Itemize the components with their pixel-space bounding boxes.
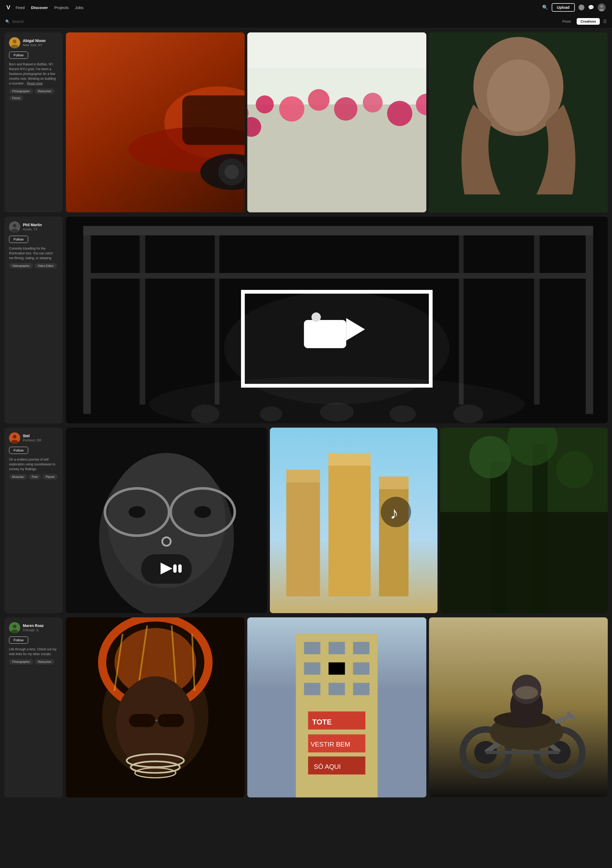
tag-musician[interactable]: Musician xyxy=(9,474,27,479)
svg-rect-25 xyxy=(247,33,426,68)
filter-creatives[interactable]: Creatives xyxy=(576,18,600,25)
portfolio-stel: ♪ xyxy=(66,428,608,613)
upload-button[interactable]: Upload xyxy=(552,3,575,12)
svg-rect-112 xyxy=(329,683,345,695)
svg-rect-79 xyxy=(490,461,507,613)
creative-row-stel: Stel Portland, OR Follow On a endless jo… xyxy=(4,428,608,613)
svg-rect-110 xyxy=(353,663,370,675)
creative-row-abigal: Abigal Nixon New York, NY Follow Born an… xyxy=(4,33,608,212)
portfolio-img-hair[interactable] xyxy=(429,33,608,212)
filter-icon[interactable]: ☰ xyxy=(603,19,607,24)
svg-point-53 xyxy=(13,435,17,439)
svg-point-62 xyxy=(128,506,145,518)
svg-rect-36 xyxy=(459,231,464,405)
svg-text:VESTIR BEM: VESTIR BEM xyxy=(311,741,350,748)
svg-rect-34 xyxy=(140,236,145,405)
user-bio-stel: On a endless journey of self exploration… xyxy=(9,457,58,471)
svg-rect-108 xyxy=(304,663,321,675)
tags-stel: Musician Poet Pianist xyxy=(9,474,58,479)
read-more-abigal[interactable]: Read more xyxy=(27,82,42,85)
svg-rect-38 xyxy=(586,226,593,414)
user-info-phil: Phil Martin Austin, TX xyxy=(23,223,42,231)
portfolio-img-concert[interactable] xyxy=(66,217,608,423)
user-bio-maren: Life through a lens. Check out my web li… xyxy=(9,647,58,656)
svg-rect-113 xyxy=(353,683,370,695)
svg-point-28 xyxy=(487,59,550,132)
svg-point-133 xyxy=(515,686,538,699)
svg-point-21 xyxy=(363,93,383,113)
avatar-phil xyxy=(9,222,20,232)
user-info-abigal: Abigal Nixon New York, NY xyxy=(23,39,46,47)
user-card-header-stel: Stel Portland, OR xyxy=(9,432,58,443)
nav-discover[interactable]: Discover xyxy=(31,5,48,10)
user-avatar-nav[interactable] xyxy=(598,3,606,11)
user-card-maren: Maren Roaz Chicago, IL Follow Life throu… xyxy=(4,617,63,797)
user-location-stel: Portland, OR xyxy=(23,439,41,442)
user-bio-phil: Currently travelling for the Rocknation … xyxy=(9,246,58,260)
tag-poet[interactable]: Poet xyxy=(28,474,41,479)
portfolio-img-green[interactable] xyxy=(440,428,608,613)
svg-rect-78 xyxy=(440,512,608,614)
portfolio-img-flowers[interactable] xyxy=(247,33,426,212)
portfolio-img-motorcycle[interactable] xyxy=(429,617,608,797)
tag-videographer[interactable]: Videographer xyxy=(9,263,33,268)
svg-rect-67 xyxy=(178,564,182,573)
svg-rect-107 xyxy=(353,642,370,654)
notification-dot[interactable] xyxy=(578,5,584,10)
svg-rect-111 xyxy=(304,683,321,695)
user-location-abigal: New York, NY xyxy=(23,43,46,47)
portfolio-img-ruins[interactable]: ♪ xyxy=(270,428,437,613)
avatar-stel xyxy=(9,432,20,443)
filter-posts[interactable]: Posts xyxy=(559,18,575,25)
nav-feed[interactable]: Feed xyxy=(15,5,25,10)
search-input[interactable] xyxy=(12,19,555,24)
follow-button-stel[interactable]: Follow xyxy=(9,447,28,454)
user-location-phil: Austin, TX xyxy=(23,228,42,231)
svg-point-19 xyxy=(308,89,330,110)
nav-projects[interactable]: Projects xyxy=(54,5,68,10)
tag-photographer[interactable]: Photographer xyxy=(9,88,33,94)
follow-button-maren[interactable]: Follow xyxy=(9,637,28,644)
search-icon-small: 🔍 xyxy=(5,19,10,24)
tag-photographer-maren[interactable]: Photographer xyxy=(9,659,33,665)
user-name-abigal: Abigal Nixon xyxy=(23,39,46,43)
portfolio-img-car[interactable] xyxy=(66,33,245,212)
search-icon[interactable]: 🔍 xyxy=(542,5,548,10)
svg-point-1 xyxy=(600,5,603,8)
portfolio-abigal xyxy=(66,33,608,212)
svg-rect-105 xyxy=(304,642,321,654)
svg-rect-80 xyxy=(532,445,547,614)
tag-pianist[interactable]: Pianist xyxy=(42,474,58,479)
svg-rect-73 xyxy=(328,453,371,466)
svg-rect-33 xyxy=(83,226,91,414)
creative-row-maren: Maren Roaz Chicago, IL Follow Life throu… xyxy=(4,617,608,797)
logo[interactable]: V xyxy=(6,4,10,11)
tag-florist[interactable]: Florist xyxy=(9,95,23,101)
follow-button-phil[interactable]: Follow xyxy=(9,236,28,243)
user-name-stel: Stel xyxy=(23,434,41,438)
user-card-abigal: Abigal Nixon New York, NY Follow Born an… xyxy=(4,33,63,212)
messages-icon[interactable]: 💬 xyxy=(588,5,594,10)
portfolio-img-woman-headdress[interactable] xyxy=(66,617,245,797)
navbar: V Feed Discover Projects Jobs 🔍 Upload 💬 xyxy=(0,0,612,15)
search-filter-tabs: Posts Creatives ☰ xyxy=(559,18,607,25)
svg-rect-109 xyxy=(329,663,345,675)
tag-retoucher[interactable]: Retoucher xyxy=(35,88,55,94)
svg-point-22 xyxy=(387,101,413,126)
svg-point-30 xyxy=(13,224,17,228)
portfolio-img-portrait-glasses[interactable] xyxy=(66,428,267,613)
svg-point-63 xyxy=(195,506,211,518)
svg-rect-106 xyxy=(329,642,345,654)
avatar-abigal xyxy=(9,37,20,48)
nav-links: Feed Discover Projects Jobs xyxy=(15,5,540,10)
user-card-header-maren: Maren Roaz Chicago, IL xyxy=(9,622,58,633)
follow-button-abigal[interactable]: Follow xyxy=(9,51,28,59)
search-bar: 🔍 Posts Creatives ☰ xyxy=(0,15,612,28)
tag-retoucher-maren[interactable]: Retoucher xyxy=(35,659,55,665)
tag-video-editor[interactable]: Video Editor xyxy=(34,263,57,268)
svg-rect-74 xyxy=(379,476,408,489)
portfolio-img-building[interactable]: TOTE VESTIR BEM SÓ AQUI xyxy=(247,617,426,797)
tags-abigal: Photographer Retoucher Florist xyxy=(9,88,58,101)
svg-rect-66 xyxy=(173,564,177,573)
nav-jobs[interactable]: Jobs xyxy=(75,5,83,10)
